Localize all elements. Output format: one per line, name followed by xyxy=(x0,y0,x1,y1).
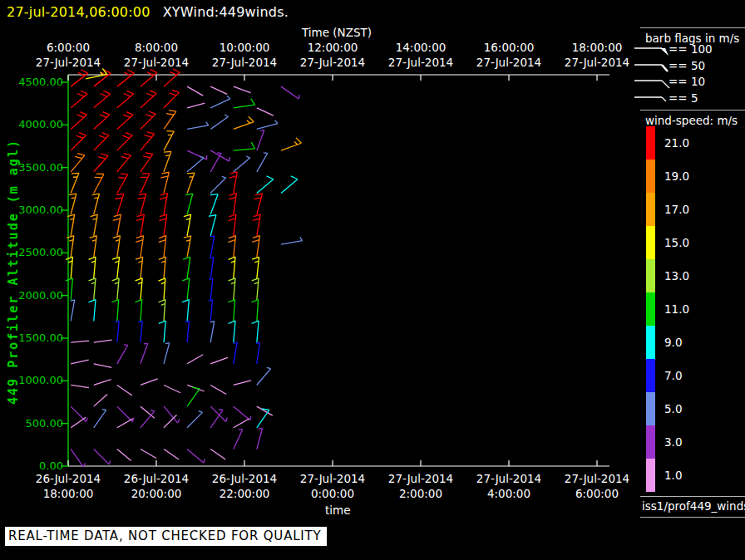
wind-barb xyxy=(94,155,108,171)
wind-barb xyxy=(94,214,98,236)
wind-barb-tick xyxy=(77,115,84,118)
barb-legend-item-label: == 100 xyxy=(669,42,713,56)
quality-notice-box: REAL-TIME DATA, NOT CHECKED FOR QUALITY xyxy=(5,527,327,546)
barb-legend-item-label: == 5 xyxy=(669,91,698,105)
wind-barb xyxy=(210,385,226,394)
colorbar-label: 15.0 xyxy=(664,236,689,249)
wind-barb xyxy=(234,300,235,322)
wind-barb-tick xyxy=(121,174,128,174)
wind-barb xyxy=(257,108,274,115)
wind-barb xyxy=(257,278,259,300)
wind-barb-tick xyxy=(251,99,255,106)
wind-barb xyxy=(234,158,250,172)
wind-barb xyxy=(210,322,215,343)
wind-barb xyxy=(71,115,86,129)
wind-barb-tick xyxy=(104,91,111,94)
wind-barb-tick xyxy=(135,300,141,302)
wind-barb-tick xyxy=(159,219,166,221)
wind-barb-tick xyxy=(91,214,98,216)
wind-barb-tick xyxy=(252,257,259,259)
wind-barb xyxy=(94,300,96,322)
wind-barb xyxy=(71,406,86,421)
wind-barb xyxy=(187,103,205,108)
wind-barb-tick xyxy=(253,236,260,238)
wind-barb-tick xyxy=(77,154,85,155)
wind-barb-tick xyxy=(121,156,129,158)
wind-barb xyxy=(117,345,128,364)
wind-barb xyxy=(164,449,179,459)
wind-barb xyxy=(257,300,259,322)
wind-barb-tick xyxy=(185,194,193,195)
wind-barb xyxy=(141,379,158,386)
colorbar-label: 9.0 xyxy=(664,336,682,349)
wind-barb-tick xyxy=(229,219,236,221)
wind-barb xyxy=(117,385,132,395)
wind-barb xyxy=(141,194,146,214)
wind-barb xyxy=(117,406,132,421)
wind-barb xyxy=(94,115,110,129)
wind-barb xyxy=(141,257,143,278)
wind-barb-tick xyxy=(137,198,145,199)
wind-barb-tick xyxy=(229,193,237,195)
wind-barb xyxy=(71,214,75,236)
wind-barb xyxy=(257,342,260,364)
wind-barb xyxy=(164,343,170,364)
wind-barb xyxy=(164,194,168,215)
wind-barb xyxy=(187,194,193,214)
wind-barb-tick xyxy=(147,132,155,134)
colorbar-label: 3.0 xyxy=(664,435,682,449)
wind-barb-tick xyxy=(69,194,76,195)
wind-barb xyxy=(164,92,179,107)
wind-barb-halftick xyxy=(204,459,205,463)
wind-barb xyxy=(281,86,298,99)
colorbar-swatch xyxy=(646,226,655,259)
wind-barb xyxy=(141,236,144,258)
wind-barb xyxy=(71,360,89,364)
wind-barb xyxy=(257,236,260,258)
wind-barb xyxy=(141,321,142,342)
wind-barb-tick xyxy=(66,257,72,259)
wind-barb xyxy=(117,236,121,258)
wind-barb xyxy=(234,419,249,428)
wind-barb xyxy=(187,125,209,130)
wind-barb xyxy=(94,340,112,342)
wind-barb xyxy=(210,99,230,108)
colorbar-swatch xyxy=(646,160,655,193)
colorbar-swatch xyxy=(646,292,655,326)
wind-barb xyxy=(210,178,225,193)
wind-barb xyxy=(71,417,86,428)
wind-barb xyxy=(210,357,228,364)
wind-barb-tick xyxy=(192,387,200,389)
wind-barb xyxy=(141,214,145,236)
wind-barb xyxy=(71,257,72,278)
wind-barb-tick xyxy=(229,197,236,199)
wind-barb-tick xyxy=(89,300,96,302)
colorbar-label: 7.0 xyxy=(664,369,682,382)
colorbar-swatch xyxy=(646,326,655,359)
wind-barb xyxy=(257,406,273,415)
wind-barb xyxy=(141,406,155,418)
wind-barb-tick xyxy=(114,214,121,216)
wind-barb xyxy=(164,300,165,322)
wind-barb-tick xyxy=(172,90,179,92)
wind-barb-tick xyxy=(149,111,155,114)
wind-barb xyxy=(164,385,180,392)
source-divider-bottom xyxy=(640,517,745,518)
flag-small-icon xyxy=(634,61,673,76)
wind-barb-tick xyxy=(255,194,263,195)
wind-barb xyxy=(164,257,165,278)
wind-barb-tick xyxy=(267,176,274,179)
wind-barb-tick xyxy=(291,176,298,179)
wind-barb-halftick xyxy=(267,367,271,368)
wind-barb-halftick xyxy=(298,95,299,99)
wind-barb xyxy=(164,214,167,236)
wind-barb-halftick xyxy=(259,428,263,429)
wind-barb-tick xyxy=(81,91,87,94)
wind-barb-tick xyxy=(182,278,190,281)
wind-barb-tick xyxy=(253,219,260,220)
wind-barb-tick xyxy=(136,257,143,259)
wind-barb xyxy=(141,114,155,129)
wind-barb-tick xyxy=(126,133,132,135)
wind-barb-tick xyxy=(159,321,165,323)
wind-barb-tick xyxy=(66,278,72,281)
